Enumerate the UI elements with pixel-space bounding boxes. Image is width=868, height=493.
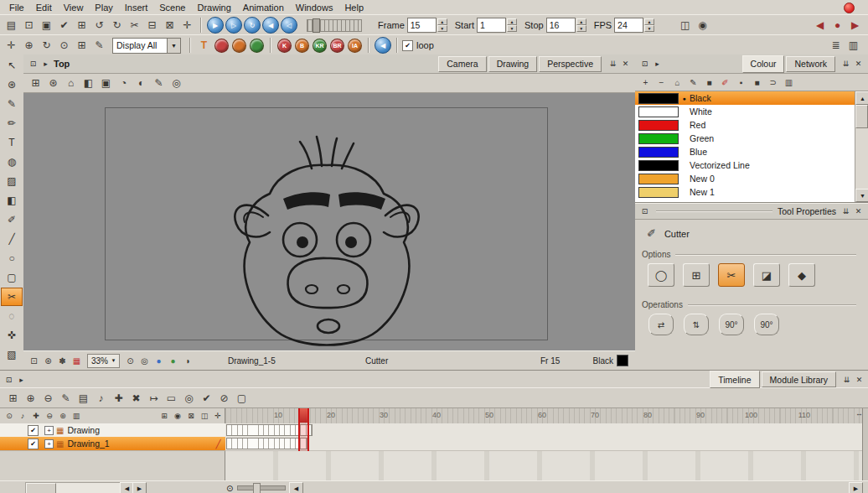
reset-view-icon[interactable]: ⊙ — [55, 37, 73, 54]
colour-swatch-row[interactable]: New 0 — [635, 172, 855, 185]
menu-item[interactable]: Help — [338, 2, 369, 13]
tool-stamp[interactable]: ◍ — [1, 153, 23, 171]
add-breakdown-button[interactable]: B — [295, 39, 309, 53]
texture-icon[interactable]: ▥ — [781, 74, 797, 91]
matte-preview-button[interactable] — [250, 39, 264, 53]
dropdown-arrow-icon[interactable]: ▼ — [108, 358, 119, 363]
enable-all-icon[interactable]: ✔ — [198, 390, 215, 407]
fit-view-icon[interactable]: ⌂ — [62, 75, 80, 91]
delete-layer-icon[interactable]: ⊖ — [39, 390, 57, 407]
tool-pencil[interactable]: ✏ — [1, 114, 23, 132]
dropdown-arrow-icon[interactable]: ▼ — [167, 39, 180, 53]
jog-forward-icon[interactable]: ▶ — [846, 17, 864, 34]
tool-ellipse[interactable]: ○ — [1, 249, 23, 267]
camera-column-icon[interactable]: ◉ — [171, 410, 184, 423]
edit-palette-icon[interactable]: ⌂ — [669, 74, 685, 91]
paint-swatch-icon[interactable]: ■ — [749, 74, 765, 91]
levels-icon[interactable]: ≣ — [827, 37, 845, 54]
rotate-reset-icon[interactable]: ◎ — [137, 352, 152, 369]
layer-name[interactable]: Drawing_1 — [67, 439, 215, 449]
panel-menu-icon[interactable]: ⊡ — [638, 58, 651, 70]
close-panel-icon[interactable]: ✕ — [852, 205, 865, 218]
show-grid-icon[interactable]: ⊞ — [27, 75, 44, 91]
layer-enable-checkbox[interactable]: ✔ — [28, 425, 39, 436]
split-view-icon[interactable]: ◫ — [198, 410, 211, 423]
lasso-option-button[interactable]: ◯ — [648, 263, 674, 287]
light-table-icon[interactable]: ◔ — [115, 75, 132, 91]
zoom-slider-track[interactable] — [237, 485, 286, 490]
add-layer-icon[interactable]: ✚ — [29, 410, 43, 423]
menu-item[interactable]: Insert — [119, 2, 154, 13]
colour-swatch-row[interactable]: Red — [635, 118, 855, 132]
marquee-option-button[interactable]: ⊞ — [683, 263, 710, 287]
frames-background[interactable] — [225, 451, 863, 480]
data-view-icon[interactable]: ⊞ — [158, 410, 171, 423]
new-scene-icon[interactable]: ▤ — [3, 17, 20, 34]
sound-column-icon[interactable]: ♪ — [16, 410, 29, 423]
camera-mask-icon[interactable]: ◉ — [694, 17, 711, 34]
layer-enable-checkbox[interactable]: ✔ — [28, 439, 39, 449]
lock-view-icon[interactable]: ▣ — [97, 75, 115, 91]
close-panel-icon[interactable]: ✕ — [853, 373, 865, 386]
colour-swatch-row[interactable]: White — [635, 105, 855, 118]
collapse-panel-icon[interactable]: ⇊ — [840, 58, 852, 70]
tab-perspective[interactable]: Perspective — [539, 56, 602, 72]
tool-contour-editor[interactable]: ◌ — [1, 307, 23, 325]
collapse-panel-icon[interactable]: ⇊ — [607, 58, 619, 70]
set-stop-motion-icon[interactable]: ▭ — [163, 390, 180, 407]
pencil-swatch-icon[interactable]: ▪ — [733, 74, 749, 91]
tool-transform[interactable]: ⊛ — [1, 75, 23, 94]
flip-vertical-button[interactable]: ⇅ — [684, 314, 709, 335]
blue-preview-icon[interactable]: ● — [152, 352, 166, 369]
tab-timeline[interactable]: Timeline — [710, 371, 759, 388]
show-panels-icon[interactable]: ▥ — [845, 37, 862, 54]
add-drawing-icon[interactable]: ✎ — [57, 390, 75, 407]
menu-item[interactable]: Play — [89, 2, 118, 13]
timeline-frames-area[interactable]: 102030405060708090100110 ↔ — [225, 408, 863, 480]
scrollbar-track[interactable] — [855, 105, 868, 189]
show-data-view-icon[interactable]: ▢ — [233, 390, 251, 407]
rotate-view-icon[interactable]: ↻ — [38, 37, 55, 54]
layer-list-scrollbar[interactable] — [25, 482, 121, 493]
frame-spinner[interactable]: ▲▼ — [437, 18, 447, 32]
frame-input[interactable]: 15 — [407, 18, 437, 33]
stop-input[interactable]: 16 — [546, 18, 576, 33]
add-drawing-layer-icon[interactable]: ⊞ — [4, 390, 22, 407]
remove-keyframe-button[interactable]: KR — [313, 39, 327, 53]
spin-up-icon[interactable]: ▲ — [576, 18, 586, 25]
gear-icon[interactable]: ⊛ — [41, 352, 55, 369]
undo-icon[interactable]: ↺ — [90, 17, 108, 34]
safe-area-icon[interactable]: ◧ — [80, 75, 97, 91]
play-selection-button[interactable]: ▷ — [225, 17, 242, 34]
green-preview-icon[interactable]: ● — [166, 352, 180, 369]
tool-brush[interactable]: ✎ — [1, 95, 23, 113]
tab-drawing[interactable]: Drawing — [488, 56, 538, 72]
zoom-view-icon[interactable]: ⊕ — [20, 37, 38, 54]
exposure-cells[interactable] — [226, 438, 307, 449]
panel-resize-handle[interactable]: ✛ — [211, 410, 225, 423]
onion-skin-toggle-icon[interactable]: ◎ — [180, 390, 198, 407]
spin-down-icon[interactable]: ▼ — [644, 25, 654, 32]
spin-down-icon[interactable]: ▼ — [437, 25, 447, 32]
paste-icon[interactable]: ⊠ — [161, 17, 178, 34]
snap-icon[interactable]: ⊛ — [44, 75, 62, 91]
tool-reposition[interactable]: ✜ — [1, 326, 23, 345]
tool-text[interactable]: T — [1, 133, 23, 152]
render-mode-icon[interactable]: ◑ — [180, 352, 194, 369]
scrub-slider-thumb[interactable] — [313, 18, 320, 33]
enable-sound-icon[interactable]: ◀ — [375, 37, 391, 54]
frames-vertical-scrollbar[interactable] — [862, 408, 868, 480]
save-icon[interactable]: ▣ — [38, 17, 55, 34]
spin-up-icon[interactable]: ▲ — [507, 18, 517, 25]
colour-swatch-row[interactable]: ● Black — [635, 91, 855, 105]
stop-spinner[interactable]: ▲▼ — [576, 18, 586, 32]
tab-module-library[interactable]: Module Library — [762, 371, 836, 387]
remove-layer-icon[interactable]: ⊖ — [43, 410, 56, 423]
redo-icon[interactable]: ↻ — [108, 17, 126, 34]
pencil-colour-icon[interactable]: ✐ — [717, 74, 733, 91]
menu-item[interactable]: Edit — [30, 2, 58, 13]
render-view-icon[interactable]: ◫ — [676, 17, 694, 34]
flip-horizontal-button[interactable]: ⇄ — [648, 314, 674, 335]
loop-checkbox[interactable]: ✔ — [402, 40, 413, 51]
panel-arrow-icon[interactable]: ▸ — [15, 373, 28, 386]
